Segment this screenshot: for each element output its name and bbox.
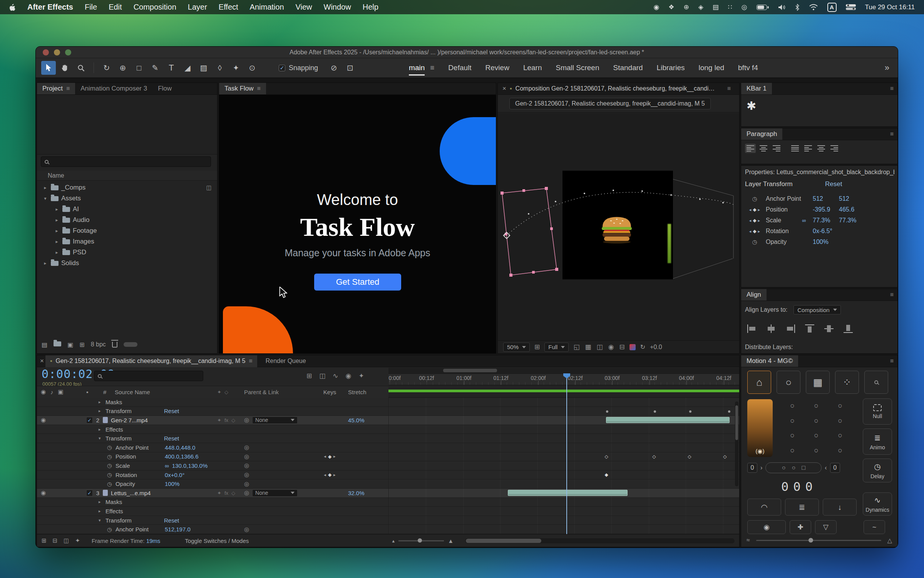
apple-menu-icon[interactable] [9,3,16,11]
clone-stamp-tool[interactable]: ▨ [196,61,211,75]
switch-icon[interactable]: ◇ [231,490,235,496]
pick-whip-icon[interactable]: ◎ [244,526,249,533]
anchor-grid-button[interactable]: ⌂ [747,371,771,394]
align-text-center-button[interactable] [758,144,769,153]
window-title-bar[interactable]: Adobe After Effects 2025 - /Users/michae… [36,47,898,58]
tab-align[interactable]: Align [741,289,767,301]
puppet-pin-tool[interactable]: ⊙ [245,61,259,75]
tab-project[interactable]: Project≡ [37,83,75,94]
keyframe-dot[interactable] [606,410,608,413]
switch-icon[interactable]: fx [224,417,228,423]
menu-view[interactable]: View [296,3,312,12]
timeline-prop-scale[interactable]: ◷Scale∞130.0,130.0% ◎ [37,461,739,470]
project-name-column-header[interactable]: Name [37,171,217,181]
mask-visibility-icon[interactable]: ⊡ [343,61,357,75]
panel-menu-icon[interactable]: ≡ [249,358,252,365]
switch-icon[interactable]: ◇ [231,417,235,423]
animo-button[interactable]: ≣Animo [863,428,892,455]
tree-item-ai[interactable]: ▸AI [37,204,217,215]
close-window-button[interactable] [43,49,49,55]
current-time-indicator-line[interactable] [566,373,567,534]
timeline-prop-anchor[interactable]: ◷Anchor Point448.0,448.0 ◎ [37,443,739,452]
left-counter-field[interactable]: 0 [747,463,757,473]
dropbox-icon[interactable]: ❖ [668,3,674,11]
pixel-aspect-icon[interactable]: ⊟ [619,343,624,351]
keyframe-toggle-icon[interactable]: ◆ [328,472,331,477]
video-enabled-checkbox[interactable]: ✓ [86,417,93,423]
tree-item-assets[interactable]: ▾Assets [37,193,217,204]
disclosure-triangle-icon[interactable]: ▸ [54,228,60,234]
falloff-gradient-swatch[interactable]: (◉) [747,399,773,457]
grid-guides-icon[interactable]: ⊞ [534,343,540,351]
keyframe-dot[interactable] [728,410,730,413]
get-started-button[interactable]: Get Started [314,274,401,291]
magnification-select[interactable]: 50% [503,343,530,352]
new-composition-icon[interactable]: ▣ [67,341,73,348]
drop-down-button[interactable]: ↓ [823,499,857,516]
composition-mini-flowchart-icon[interactable]: ⊞ [306,372,312,380]
toggle-switches-modes-button[interactable]: Toggle Switches / Modes [185,538,249,544]
tree-item-footage[interactable]: ▸Footage [37,225,217,236]
align-left-button[interactable] [747,324,757,334]
parent-select[interactable]: None [252,489,298,497]
pick-whip-icon[interactable]: ◎ [244,471,249,478]
list-icon[interactable]: ≈ [747,537,750,544]
tab-flow[interactable]: Flow [152,83,177,94]
alignment-guides-icon[interactable]: ⊘ [326,61,341,75]
composition-tab[interactable]: Gen-2 1581206017, Realistic cheeseburg, … [509,98,711,109]
transform-row-scale[interactable]: ◂◆▸ Scale ∞ 77.3% 77.3% [743,215,895,226]
expand-layers-icon[interactable]: ⊞ [42,537,47,544]
circle-option-icon[interactable]: ○ [782,464,786,471]
justify-last-left-button[interactable] [790,144,800,153]
trash-icon[interactable] [112,342,117,348]
transform-reset-link[interactable]: Reset [825,180,842,188]
stopwatch-icon[interactable]: ◷ [107,454,116,460]
stretch-value[interactable]: 45.0% [348,417,388,423]
disclosure-triangle-icon[interactable]: ▸ [99,509,105,514]
timeline-row-masks[interactable]: ▸Masks [37,398,739,407]
source-name-column-header[interactable]: Source Name [115,389,150,395]
pick-whip-icon[interactable]: ◎ [244,481,249,487]
pan-behind-tool[interactable]: ⊕ [116,61,130,75]
menu-effect[interactable]: Effect [219,3,238,12]
reset-link[interactable]: Reset [164,435,179,442]
panel-menu-icon[interactable]: ≡ [886,83,897,94]
composition-header-title[interactable]: Composition Gen-2 1581206017, Realistic … [516,85,716,92]
roto-brush-tool[interactable]: ✦ [229,61,243,75]
resolution-select[interactable]: Full [544,343,569,352]
timeline-ruler-area[interactable]: 0:00f 00:12f 01:00f 01:12f 02:00f 02:12f… [388,367,739,398]
tab-kbar[interactable]: KBar 1 [741,83,772,94]
new-folder-icon[interactable] [54,341,61,348]
timeline-search-field[interactable] [94,371,203,381]
timeline-row-masks[interactable]: ▸Masks [37,498,739,507]
tree-item-audio[interactable]: ▸Audio [37,215,217,225]
scrollbar-thumb[interactable] [735,405,738,440]
shy-layers-icon[interactable]: ⊟ [53,537,58,544]
justify-all-button[interactable] [829,144,840,153]
channel-color-swatch[interactable] [629,344,636,350]
selection-tool[interactable] [41,61,56,75]
stopwatch-icon[interactable]: ◷ [107,526,116,533]
prev-keyframe-icon[interactable]: ◂ [324,472,326,477]
pen-tool[interactable]: ✎ [148,61,162,75]
workspace-libraries[interactable]: Libraries [657,61,685,75]
camera-view-icon[interactable]: ◉ [608,343,614,351]
keyframe-dot[interactable] [654,410,656,413]
orbit-camera-tool[interactable]: ↻ [99,61,114,75]
pick-whip-icon[interactable]: ◎ [244,462,249,469]
timeline-layer-lettus[interactable]: ◉ ✓3Lettus_...e.mp4 ✦fx◇ ◎None 32.0% [37,489,739,498]
expand-triangle-icon[interactable]: △ [887,537,892,544]
pick-whip-icon[interactable]: ◎ [244,489,249,496]
render-queue-tab[interactable]: Render Queue [259,358,313,365]
reset-link[interactable]: Reset [164,408,179,414]
video-enabled-checkbox[interactable]: ✓ [86,490,93,496]
control-center-icon[interactable] [846,4,856,10]
taskflow-comp-view[interactable]: Welcome to Task Flow Manage your tasks i… [219,95,496,353]
workspace-menu-icon[interactable]: ≡ [430,64,434,72]
keyframe-nav-icons[interactable]: ◂◆▸ [743,229,766,234]
timeline-layer-gen2[interactable]: ◉ ✓2Gen-2 7...mp4 ✦fx◇ ◎None 45.0% [37,416,739,425]
grab-button[interactable]: ✚ [790,520,811,534]
workspace-standard[interactable]: Standard [613,61,643,75]
menu-app-name[interactable]: After Effects [27,3,73,12]
stagger-layers-button[interactable]: ≣ [785,499,819,516]
